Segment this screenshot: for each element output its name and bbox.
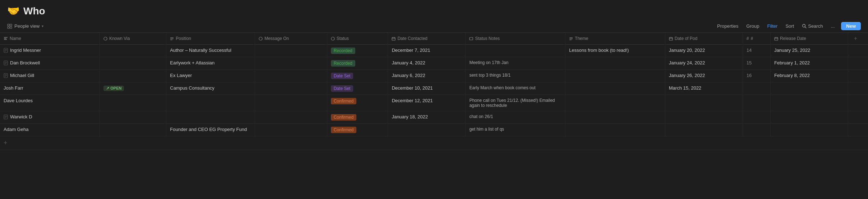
status-badge: Confirmed	[331, 98, 356, 104]
cell-status-notes: Meeting on 17th Jan	[466, 57, 565, 70]
cell-position: Author – Naturally Successful	[166, 45, 255, 57]
status-badge: Date Set	[331, 73, 354, 79]
doc-icon	[4, 48, 8, 53]
cell-release-date	[770, 95, 848, 111]
cell-number: 15	[743, 57, 770, 70]
table-icon	[7, 24, 12, 29]
doc-icon	[4, 73, 8, 78]
list-col-icon	[170, 37, 174, 41]
cell-position	[166, 111, 255, 124]
cell-number: 16	[743, 70, 770, 82]
svg-rect-2	[8, 27, 9, 28]
svg-rect-15	[392, 37, 395, 40]
chevron-down-icon: ▾	[42, 24, 43, 28]
sort-button[interactable]: Sort	[784, 23, 795, 30]
col-header-position: Position	[166, 33, 255, 45]
svg-rect-3	[10, 27, 12, 28]
col-header-add[interactable]: +	[848, 33, 868, 45]
more-button[interactable]: ...	[829, 23, 836, 30]
cell-name[interactable]: Ingrid Messner	[0, 45, 100, 57]
svg-rect-11	[170, 39, 174, 39]
table-row: Dan Brockwell Earlywork + AtlassianRecor…	[0, 57, 868, 70]
cell-message-on	[255, 82, 327, 95]
svg-rect-22	[569, 40, 572, 40]
group-button[interactable]: Group	[745, 23, 761, 30]
cell-known-via: ↗ OPEN	[100, 82, 166, 95]
svg-rect-21	[569, 39, 573, 39]
search-icon	[802, 24, 807, 28]
cell-name[interactable]: Dan Brockwell	[0, 57, 100, 70]
page-title: Who	[23, 5, 45, 17]
cell-date-contacted: January 6, 2022	[388, 70, 466, 82]
cell-known-via	[100, 111, 166, 124]
cell-name[interactable]: Adam Geha	[0, 124, 100, 136]
col-header-date-contacted: Date Contacted	[388, 33, 466, 45]
list-col-icon2	[569, 37, 573, 41]
cell-position: Ex Lawyer	[166, 70, 255, 82]
cell-release-date	[770, 111, 848, 124]
cell-date-contacted: December 10, 2021	[388, 82, 466, 95]
table-row: Warwick D ConfirmedJanuary 18, 2022chat …	[0, 111, 868, 124]
cell-name[interactable]: Josh Farr	[0, 82, 100, 95]
cell-date-of-pod: January 20, 2022	[665, 45, 743, 57]
calendar-col-icon	[392, 37, 396, 41]
cell-known-via	[100, 70, 166, 82]
view-label[interactable]: People view	[14, 23, 40, 29]
cell-release-date	[770, 82, 848, 95]
cell-date-of-pod	[665, 124, 743, 136]
cell-add	[848, 57, 868, 70]
cell-status: Date Set	[327, 70, 388, 82]
svg-line-5	[805, 27, 807, 28]
name-text: Warwick D	[10, 114, 32, 119]
add-column-icon[interactable]: +	[852, 35, 859, 41]
cell-number	[743, 95, 770, 111]
doc-icon	[4, 60, 8, 65]
cell-status: Confirmed	[327, 95, 388, 111]
circle-col-icon2	[259, 37, 263, 41]
cell-known-via	[100, 57, 166, 70]
add-row-cell[interactable]: +	[0, 136, 868, 150]
properties-button[interactable]: Properties	[716, 23, 740, 30]
cell-status: Date Set	[327, 82, 388, 95]
svg-rect-8	[4, 39, 7, 40]
name-text: Ingrid Messner	[10, 48, 41, 53]
cell-date-of-pod: January 26, 2022	[665, 70, 743, 82]
name-text: Dan Brockwell	[10, 60, 40, 65]
cell-date-contacted: December 7, 2021	[388, 45, 466, 57]
cell-message-on	[255, 45, 327, 57]
cell-release-date	[770, 124, 848, 136]
calendar-col-icon2	[669, 37, 673, 41]
table-container: Name Known Via	[0, 33, 868, 196]
cell-message-on	[255, 95, 327, 111]
cell-status-notes: get him a list of qs	[466, 124, 565, 136]
col-header-date-of-pod: Date of Pod	[665, 33, 743, 45]
cell-release-date: February 1, 2022	[770, 57, 848, 70]
cell-status: Confirmed	[327, 124, 388, 136]
cell-theme	[565, 82, 665, 95]
cell-status: Confirmed	[327, 111, 388, 124]
search-button[interactable]: Search	[800, 23, 824, 30]
cell-theme	[565, 124, 665, 136]
col-header-name: Name	[0, 33, 100, 45]
col-header-known-via: Known Via	[100, 33, 166, 45]
cell-theme	[565, 95, 665, 111]
toolbar-left: People view ▾	[7, 23, 43, 29]
table-row: Josh Farr ↗ OPENCampus ConsultancyDate S…	[0, 82, 868, 95]
hash-col-icon	[469, 37, 473, 41]
svg-rect-10	[170, 37, 174, 38]
cell-add	[848, 95, 868, 111]
table-row: Ingrid Messner Author – Naturally Succes…	[0, 45, 868, 57]
filter-button[interactable]: Filter	[766, 23, 779, 30]
cell-name[interactable]: Dave Lourdes	[0, 95, 100, 111]
cell-name[interactable]: Warwick D	[0, 111, 100, 124]
add-row[interactable]: +	[0, 136, 868, 150]
cell-status-notes: Early March when book comes out	[466, 82, 565, 95]
add-row-icon[interactable]: +	[4, 139, 8, 146]
svg-rect-12	[170, 40, 172, 40]
header-emoji: 🤝	[7, 5, 20, 17]
toolbar: People view ▾ Properties Group Filter So…	[0, 20, 868, 33]
new-button[interactable]: New	[841, 22, 861, 30]
svg-point-9	[104, 37, 107, 40]
cell-name[interactable]: Michael Gill	[0, 70, 100, 82]
svg-rect-6	[4, 37, 8, 38]
